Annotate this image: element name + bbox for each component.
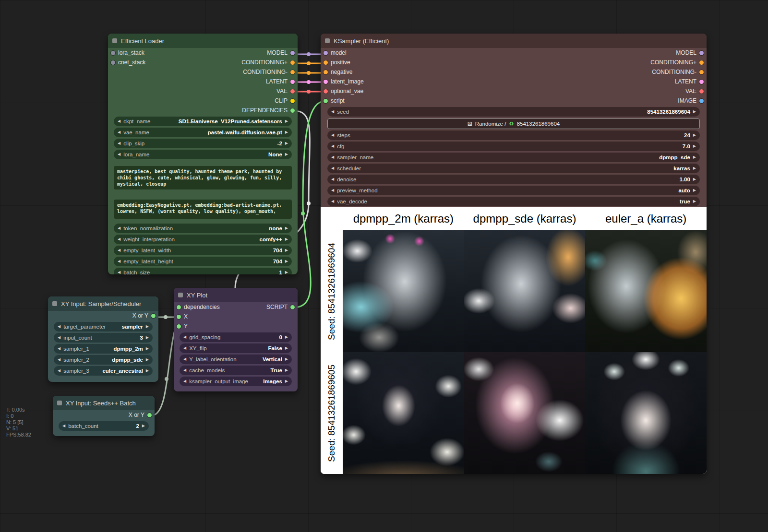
widget-sampler-1[interactable]: ◀sampler_1dpmpp_2m▶ (54, 344, 153, 354)
xy-plot-header[interactable]: XY Plot (174, 288, 298, 302)
positive-prompt-textarea[interactable]: masterpiece, best quality, haunted theme… (114, 166, 292, 189)
right-arrow-icon[interactable]: ▶ (693, 189, 696, 192)
cnet-stack-slot-icon[interactable] (111, 60, 115, 65)
widget-clip-skip[interactable]: ◀clip_skip-2▶ (114, 139, 292, 148)
right-arrow-icon[interactable]: ▶ (285, 346, 288, 350)
right-arrow-icon[interactable]: ▶ (693, 144, 696, 148)
lora-stack-slot-icon[interactable] (111, 51, 115, 55)
output-script[interactable]: SCRIPT (248, 302, 298, 312)
right-arrow-icon[interactable]: ▶ (146, 336, 149, 340)
input-y[interactable]: Y (174, 321, 248, 331)
output-model[interactable]: MODEL (494, 48, 707, 58)
positive-slot-icon[interactable] (324, 60, 328, 65)
output-vae[interactable]: VAE (193, 86, 298, 96)
script-slot-icon[interactable] (324, 99, 328, 103)
xy-plot-image-preview[interactable]: dpmpp_2m (karras) dpmpp_sde (karras) eul… (321, 207, 707, 474)
left-arrow-icon[interactable]: ◀ (58, 358, 60, 362)
widget-empty-latent-height[interactable]: ◀empty_latent_height704▶ (114, 257, 292, 266)
right-arrow-icon[interactable]: ▶ (146, 347, 149, 351)
right-arrow-icon[interactable]: ▶ (285, 119, 288, 123)
image-slot-icon[interactable] (699, 99, 704, 103)
left-arrow-icon[interactable]: ◀ (331, 200, 334, 203)
left-arrow-icon[interactable]: ◀ (183, 346, 186, 350)
right-arrow-icon[interactable]: ▶ (285, 260, 288, 263)
right-arrow-icon[interactable]: ▶ (285, 130, 288, 134)
model-slot-icon[interactable] (324, 51, 328, 55)
node-ksampler-efficient[interactable]: KSampler (Efficient) model positive nega… (321, 34, 707, 474)
xy-input-seeds-header[interactable]: XY Input: Seeds++ Batch (53, 396, 155, 410)
left-arrow-icon[interactable]: ◀ (331, 189, 334, 192)
widget-y-label-orientation[interactable]: ◀Y_label_orientationVertical▶ (180, 355, 292, 364)
optional-vae-slot-icon[interactable] (324, 89, 328, 94)
dependencies-slot-icon[interactable] (290, 108, 295, 113)
left-arrow-icon[interactable]: ◀ (118, 142, 120, 145)
widget-token-normalization[interactable]: ◀token_normalizationnone▶ (114, 224, 292, 233)
right-arrow-icon[interactable]: ▶ (693, 155, 696, 159)
latent-image-slot-icon[interactable] (324, 80, 328, 84)
left-arrow-icon[interactable]: ◀ (118, 260, 120, 263)
output-clip[interactable]: CLIP (193, 96, 298, 106)
ksampler-header[interactable]: KSampler (Efficient) (321, 34, 707, 48)
model-slot-icon[interactable] (699, 51, 704, 55)
left-arrow-icon[interactable]: ◀ (331, 133, 334, 137)
left-arrow-icon[interactable]: ◀ (58, 325, 60, 329)
widget-seed[interactable]: ◀seed85413261869604▶ (327, 107, 700, 117)
left-arrow-icon[interactable]: ◀ (183, 379, 186, 383)
script-slot-icon[interactable] (290, 305, 295, 309)
left-arrow-icon[interactable]: ◀ (118, 119, 120, 123)
left-arrow-icon[interactable]: ◀ (331, 155, 334, 159)
output-model[interactable]: MODEL (193, 48, 298, 58)
widget-xy-flip[interactable]: ◀XY_flipFalse▶ (180, 343, 292, 353)
randomize-seed-button[interactable]: ⚄ Randomize / ♻ 85413261869604 (327, 118, 700, 129)
left-arrow-icon[interactable]: ◀ (58, 347, 60, 351)
left-arrow-icon[interactable]: ◀ (331, 144, 334, 148)
widget-preview-method[interactable]: ◀preview_methodauto▶ (327, 186, 700, 195)
right-arrow-icon[interactable]: ▶ (142, 424, 145, 428)
right-arrow-icon[interactable]: ▶ (693, 166, 696, 170)
widget-grid-spacing[interactable]: ◀grid_spacing0▶ (180, 332, 292, 342)
right-arrow-icon[interactable]: ▶ (693, 110, 696, 114)
input-latent-image[interactable]: latent_image (321, 77, 494, 86)
left-arrow-icon[interactable]: ◀ (62, 424, 65, 428)
collapse-icon[interactable] (325, 38, 330, 43)
right-arrow-icon[interactable]: ▶ (693, 200, 696, 203)
right-arrow-icon[interactable]: ▶ (693, 177, 696, 181)
left-arrow-icon[interactable]: ◀ (58, 369, 60, 373)
left-arrow-icon[interactable]: ◀ (118, 226, 120, 230)
left-arrow-icon[interactable]: ◀ (118, 237, 120, 241)
node-efficient-loader[interactable]: Efficient Loader lora_stack cnet_stack M… (108, 34, 298, 274)
right-arrow-icon[interactable]: ▶ (285, 357, 288, 361)
widget-ksampler-output-image[interactable]: ◀ksampler_output_imageImages▶ (180, 377, 292, 386)
left-arrow-icon[interactable]: ◀ (118, 130, 120, 134)
left-arrow-icon[interactable]: ◀ (118, 153, 120, 156)
right-arrow-icon[interactable]: ▶ (285, 153, 288, 156)
left-arrow-icon[interactable]: ◀ (331, 177, 334, 181)
left-arrow-icon[interactable]: ◀ (118, 271, 120, 274)
left-arrow-icon[interactable]: ◀ (331, 110, 334, 114)
output-image[interactable]: IMAGE (494, 96, 707, 106)
widget-sampler-name[interactable]: ◀sampler_namedpmpp_sde▶ (327, 153, 700, 162)
dependencies-slot-icon[interactable] (177, 305, 181, 309)
right-arrow-icon[interactable]: ▶ (693, 133, 696, 137)
x-or-y-slot-icon[interactable] (147, 413, 152, 417)
conditioning-minus-slot-icon[interactable] (699, 70, 704, 74)
right-arrow-icon[interactable]: ▶ (285, 226, 288, 230)
negative-slot-icon[interactable] (324, 70, 328, 74)
right-arrow-icon[interactable]: ▶ (285, 248, 288, 252)
collapse-icon[interactable] (112, 38, 117, 43)
node-xy-input-sampler-scheduler[interactable]: XY Input: Sampler/Scheduler X or Y ◀targ… (48, 296, 158, 382)
x-or-y-slot-icon[interactable] (151, 314, 156, 318)
widget-empty-latent-width[interactable]: ◀empty_latent_width704▶ (114, 246, 292, 255)
collapse-icon[interactable] (52, 301, 57, 306)
widget-batch-count[interactable]: ◀batch_count2▶ (59, 421, 149, 431)
vae-slot-icon[interactable] (290, 89, 295, 94)
preview-image-eulera-seed604[interactable] (585, 230, 707, 352)
right-arrow-icon[interactable]: ▶ (285, 142, 288, 145)
widget-input-count[interactable]: ◀input_count3▶ (54, 333, 153, 343)
right-arrow-icon[interactable]: ▶ (285, 237, 288, 241)
conditioning-plus-slot-icon[interactable] (699, 60, 704, 65)
right-arrow-icon[interactable]: ▶ (146, 358, 149, 362)
widget-vae-decode[interactable]: ◀vae_decodetrue▶ (327, 197, 700, 206)
right-arrow-icon[interactable]: ▶ (285, 379, 288, 383)
input-negative[interactable]: negative (321, 67, 494, 77)
